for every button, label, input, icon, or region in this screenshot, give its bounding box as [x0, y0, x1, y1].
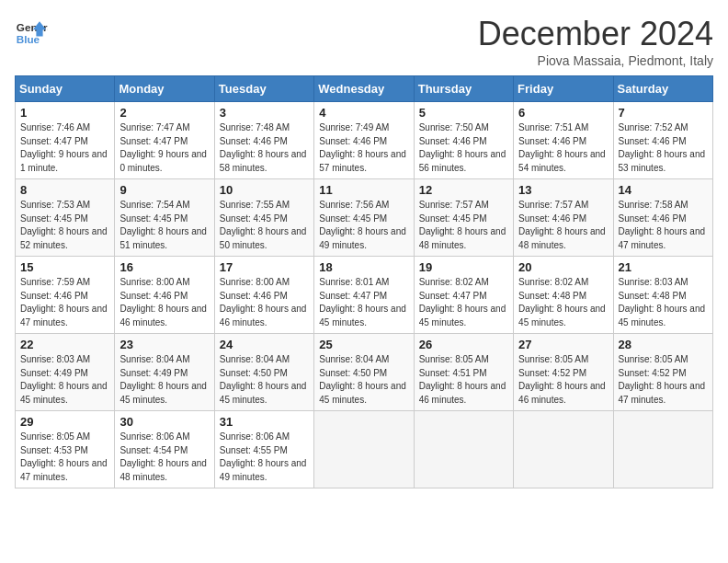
day-cell: 4Sunrise: 7:49 AMSunset: 4:46 PMDaylight… — [314, 102, 414, 179]
day-number: 29 — [20, 415, 109, 429]
day-detail: Sunrise: 8:05 AMSunset: 4:51 PMDaylight:… — [419, 353, 508, 407]
day-cell — [414, 411, 513, 488]
day-detail: Sunrise: 7:57 AMSunset: 4:45 PMDaylight:… — [419, 199, 508, 252]
day-number: 31 — [220, 415, 309, 429]
day-detail: Sunrise: 8:05 AMSunset: 4:53 PMDaylight:… — [20, 431, 109, 484]
day-detail: Sunrise: 8:02 AMSunset: 4:48 PMDaylight:… — [518, 276, 608, 329]
day-number: 17 — [220, 260, 309, 274]
day-detail: Sunrise: 7:56 AMSunset: 4:45 PMDaylight:… — [319, 199, 408, 252]
day-cell: 6Sunrise: 7:51 AMSunset: 4:46 PMDaylight… — [514, 102, 613, 179]
day-cell: 11Sunrise: 7:56 AMSunset: 4:45 PMDayligh… — [314, 179, 414, 257]
day-number: 15 — [20, 260, 109, 274]
day-cell: 10Sunrise: 7:55 AMSunset: 4:45 PMDayligh… — [214, 179, 313, 257]
day-number: 21 — [619, 260, 708, 274]
day-cell: 2Sunrise: 7:47 AMSunset: 4:47 PMDaylight… — [115, 102, 214, 179]
day-number: 5 — [419, 106, 508, 120]
day-detail: Sunrise: 7:47 AMSunset: 4:47 PMDaylight:… — [119, 121, 209, 175]
day-number: 6 — [518, 106, 608, 120]
day-number: 12 — [419, 183, 508, 197]
day-detail: Sunrise: 7:53 AMSunset: 4:45 PMDaylight:… — [20, 199, 109, 252]
day-number: 13 — [518, 183, 608, 197]
day-number: 1 — [20, 106, 109, 120]
day-number: 23 — [119, 338, 209, 351]
day-cell: 17Sunrise: 8:00 AMSunset: 4:46 PMDayligh… — [214, 257, 313, 334]
calendar-table: SundayMondayTuesdayWednesdayThursdayFrid… — [15, 75, 713, 488]
title-area: December 2024 Piova Massaia, Piedmont, I… — [478, 15, 713, 68]
day-number: 24 — [220, 338, 309, 351]
day-detail: Sunrise: 7:57 AMSunset: 4:46 PMDaylight:… — [518, 199, 608, 252]
day-detail: Sunrise: 8:04 AMSunset: 4:50 PMDaylight:… — [220, 353, 309, 407]
day-cell: 9Sunrise: 7:54 AMSunset: 4:45 PMDaylight… — [115, 179, 214, 257]
day-detail: Sunrise: 7:49 AMSunset: 4:46 PMDaylight:… — [319, 121, 408, 175]
day-detail: Sunrise: 8:05 AMSunset: 4:52 PMDaylight:… — [619, 353, 708, 407]
day-detail: Sunrise: 8:00 AMSunset: 4:46 PMDaylight:… — [119, 276, 209, 329]
day-cell: 3Sunrise: 7:48 AMSunset: 4:46 PMDaylight… — [214, 102, 313, 179]
col-header-friday: Friday — [514, 76, 613, 102]
day-detail: Sunrise: 8:01 AMSunset: 4:47 PMDaylight:… — [319, 276, 408, 329]
day-cell — [314, 411, 414, 488]
day-number: 18 — [319, 260, 408, 274]
day-number: 2 — [119, 106, 209, 120]
day-number: 27 — [518, 338, 608, 351]
page-header: General Blue December 2024 Piova Massaia… — [15, 15, 713, 68]
day-number: 4 — [319, 106, 408, 120]
day-number: 14 — [619, 183, 708, 197]
day-cell — [514, 411, 613, 488]
location-subtitle: Piova Massaia, Piedmont, Italy — [478, 53, 713, 68]
day-cell: 13Sunrise: 7:57 AMSunset: 4:46 PMDayligh… — [514, 179, 613, 257]
week-row-3: 15Sunrise: 7:59 AMSunset: 4:46 PMDayligh… — [16, 257, 713, 334]
month-title: December 2024 — [478, 15, 713, 53]
day-cell: 29Sunrise: 8:05 AMSunset: 4:53 PMDayligh… — [16, 411, 115, 488]
day-number: 10 — [220, 183, 309, 197]
day-cell: 30Sunrise: 8:06 AMSunset: 4:54 PMDayligh… — [115, 411, 214, 488]
day-detail: Sunrise: 7:54 AMSunset: 4:45 PMDaylight:… — [119, 199, 209, 252]
day-number: 30 — [119, 415, 209, 429]
day-detail: Sunrise: 8:06 AMSunset: 4:55 PMDaylight:… — [220, 431, 309, 484]
day-cell: 25Sunrise: 8:04 AMSunset: 4:50 PMDayligh… — [314, 334, 414, 411]
header-row: SundayMondayTuesdayWednesdayThursdayFrid… — [16, 76, 713, 102]
day-number: 11 — [319, 183, 408, 197]
day-cell: 7Sunrise: 7:52 AMSunset: 4:46 PMDaylight… — [613, 102, 712, 179]
day-cell: 8Sunrise: 7:53 AMSunset: 4:45 PMDaylight… — [16, 179, 115, 257]
day-number: 3 — [220, 106, 309, 120]
col-header-saturday: Saturday — [613, 76, 712, 102]
day-cell: 1Sunrise: 7:46 AMSunset: 4:47 PMDaylight… — [16, 102, 115, 179]
day-number: 9 — [119, 183, 209, 197]
day-number: 16 — [119, 260, 209, 274]
day-number: 20 — [518, 260, 608, 274]
week-row-4: 22Sunrise: 8:03 AMSunset: 4:49 PMDayligh… — [16, 334, 713, 411]
day-detail: Sunrise: 7:55 AMSunset: 4:45 PMDaylight:… — [220, 199, 309, 252]
day-detail: Sunrise: 8:02 AMSunset: 4:47 PMDaylight:… — [419, 276, 508, 329]
day-cell: 16Sunrise: 8:00 AMSunset: 4:46 PMDayligh… — [115, 257, 214, 334]
logo-icon: General Blue — [15, 15, 48, 48]
day-detail: Sunrise: 8:04 AMSunset: 4:50 PMDaylight:… — [319, 353, 408, 407]
day-cell: 23Sunrise: 8:04 AMSunset: 4:49 PMDayligh… — [115, 334, 214, 411]
day-detail: Sunrise: 8:03 AMSunset: 4:48 PMDaylight:… — [619, 276, 708, 329]
week-row-1: 1Sunrise: 7:46 AMSunset: 4:47 PMDaylight… — [16, 102, 713, 179]
day-cell: 18Sunrise: 8:01 AMSunset: 4:47 PMDayligh… — [314, 257, 414, 334]
day-number: 28 — [619, 338, 708, 351]
day-detail: Sunrise: 7:48 AMSunset: 4:46 PMDaylight:… — [220, 121, 309, 175]
logo: General Blue — [15, 15, 48, 48]
day-number: 7 — [619, 106, 708, 120]
week-row-2: 8Sunrise: 7:53 AMSunset: 4:45 PMDaylight… — [16, 179, 713, 257]
day-cell: 31Sunrise: 8:06 AMSunset: 4:55 PMDayligh… — [214, 411, 313, 488]
col-header-wednesday: Wednesday — [314, 76, 414, 102]
day-detail: Sunrise: 8:00 AMSunset: 4:46 PMDaylight:… — [220, 276, 309, 329]
day-cell: 15Sunrise: 7:59 AMSunset: 4:46 PMDayligh… — [16, 257, 115, 334]
col-header-tuesday: Tuesday — [214, 76, 313, 102]
day-detail: Sunrise: 7:50 AMSunset: 4:46 PMDaylight:… — [419, 121, 508, 175]
day-detail: Sunrise: 7:58 AMSunset: 4:46 PMDaylight:… — [619, 199, 708, 252]
day-cell: 22Sunrise: 8:03 AMSunset: 4:49 PMDayligh… — [16, 334, 115, 411]
week-row-5: 29Sunrise: 8:05 AMSunset: 4:53 PMDayligh… — [16, 411, 713, 488]
day-cell: 21Sunrise: 8:03 AMSunset: 4:48 PMDayligh… — [613, 257, 712, 334]
col-header-monday: Monday — [115, 76, 214, 102]
day-cell: 5Sunrise: 7:50 AMSunset: 4:46 PMDaylight… — [414, 102, 513, 179]
day-cell: 26Sunrise: 8:05 AMSunset: 4:51 PMDayligh… — [414, 334, 513, 411]
day-detail: Sunrise: 8:04 AMSunset: 4:49 PMDaylight:… — [119, 353, 209, 407]
day-detail: Sunrise: 8:06 AMSunset: 4:54 PMDaylight:… — [119, 431, 209, 484]
day-detail: Sunrise: 8:03 AMSunset: 4:49 PMDaylight:… — [20, 353, 109, 407]
day-cell: 24Sunrise: 8:04 AMSunset: 4:50 PMDayligh… — [214, 334, 313, 411]
day-cell: 20Sunrise: 8:02 AMSunset: 4:48 PMDayligh… — [514, 257, 613, 334]
day-number: 19 — [419, 260, 508, 274]
